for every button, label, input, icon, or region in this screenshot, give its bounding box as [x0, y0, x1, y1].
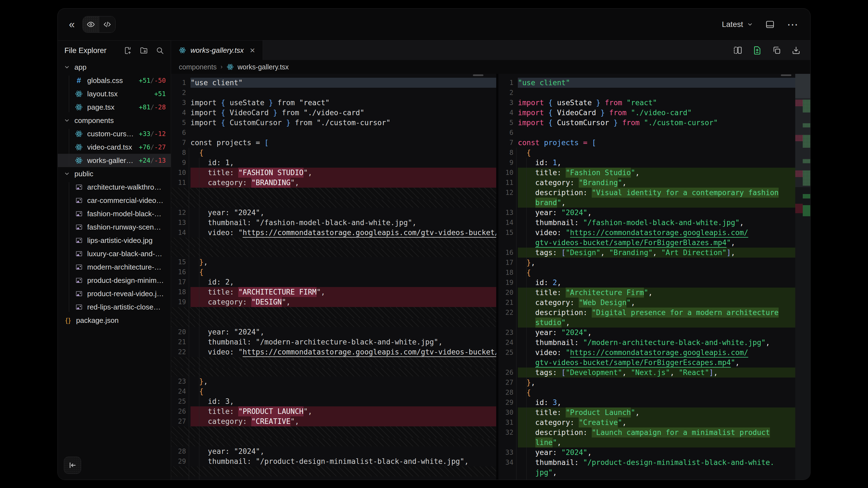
tab-works-gallery[interactable]: works-gallery.tsx ×: [171, 40, 263, 60]
code-line-new-28[interactable]: 28 {: [498, 388, 795, 397]
code-line-new-30[interactable]: 30 title: "Product Launch",: [498, 408, 795, 418]
code-line-old-14[interactable]: 14 video: "https://commondatastorage.goo…: [171, 228, 496, 238]
code-line-new-27[interactable]: 27 },: [498, 378, 795, 388]
file-package.json[interactable]: { }package.json: [58, 314, 171, 327]
code-line-new-20[interactable]: 20 title: "Architecture Firm",: [498, 288, 795, 298]
code-line-old-13[interactable]: 13 thumbnail: "/fashion-model-black-and-…: [171, 218, 496, 228]
file-video-card.tsx[interactable]: video-card.tsx+76/-27: [58, 140, 171, 154]
code-line-old-25[interactable]: 25 id: 3,: [171, 396, 496, 406]
code-line-new-21[interactable]: 21 category: "Web Design",: [498, 298, 795, 307]
horizontal-scrollbar[interactable]: [473, 74, 484, 76]
file-product-reveal-video.j-[interactable]: product-reveal-video.j…: [58, 287, 171, 300]
collapsed-region[interactable]: [171, 368, 496, 377]
code-line-old-10[interactable]: 10 title: "FASHION STUDIO",: [171, 168, 496, 178]
code-line-old-8[interactable]: 8 {: [171, 148, 496, 158]
breadcrumb-file[interactable]: works-gallery.tsx: [238, 63, 289, 71]
file-diff-icon[interactable]: [752, 45, 762, 55]
version-selector[interactable]: Latest: [722, 20, 753, 29]
code-line-old-28[interactable]: 28 year: "2024",: [171, 446, 496, 456]
file-page.tsx[interactable]: page.tsx+81/-28: [58, 100, 171, 114]
file-red-lips-artistic-close-[interactable]: red-lips-artistic-close…: [58, 300, 171, 314]
collapsed-region[interactable]: [171, 466, 496, 476]
code-line-old-27[interactable]: 27 category: "CREATIVE",: [171, 416, 496, 426]
code-line-old-6[interactable]: 6: [171, 128, 496, 138]
file-architecture-walkthro-[interactable]: architecture-walkthro…: [58, 181, 171, 194]
preview-toggle-button[interactable]: [83, 17, 99, 32]
code-line-new-22[interactable]: 22 description: "Digital presence for a …: [498, 307, 795, 318]
code-line-wrap[interactable]: gtv-videos-bucket/sample/ForBiggerBlazes…: [498, 238, 795, 248]
code-line-old-24[interactable]: 24 {: [171, 386, 496, 396]
breadcrumb-folder[interactable]: components: [179, 63, 217, 71]
code-line-wrap[interactable]: studio",: [498, 318, 795, 328]
code-line-old-3[interactable]: 3import { useState } from "react": [171, 98, 496, 108]
code-line-new-9[interactable]: 9 id: 1,: [498, 158, 795, 168]
file-car-commercial-video-[interactable]: car-commercial-video…: [58, 194, 171, 207]
code-line-new-2[interactable]: 2: [498, 88, 795, 98]
collapsed-region[interactable]: [171, 238, 496, 247]
code-line-old-18[interactable]: 18 title: "ARCHITECTURE FIRM",: [171, 287, 496, 297]
collapsed-region[interactable]: [171, 319, 496, 327]
code-line-new-29[interactable]: 29 id: 3,: [498, 397, 795, 408]
file-layout.tsx[interactable]: layout.tsx+51: [58, 87, 171, 100]
folder-components[interactable]: components: [58, 114, 171, 127]
code-line-new-16[interactable]: 16 tags: ["Design", "Branding", "Art Dir…: [498, 248, 795, 258]
code-line-old-23[interactable]: 23 },: [171, 377, 496, 386]
file-fashion-model-black-[interactable]: fashion-model-black-…: [58, 207, 171, 220]
code-line-wrap[interactable]: brand",: [498, 198, 795, 208]
code-line-new-34[interactable]: 34 thumbnail: "/product-design-minimalis…: [498, 457, 795, 467]
code-line-new-3[interactable]: 3import { useState } from "react": [498, 98, 795, 108]
code-line-old-29[interactable]: 29 thumbnail: "/product-design-minimalis…: [171, 456, 496, 466]
code-line-new-19[interactable]: 19 id: 2,: [498, 278, 795, 288]
code-line-wrap[interactable]: jpg",: [498, 467, 795, 478]
code-line-old-17[interactable]: 17 id: 2,: [171, 277, 496, 287]
collapsed-region[interactable]: [171, 426, 496, 437]
collapsed-region[interactable]: [171, 200, 496, 208]
code-line-new-15[interactable]: 15 video: "https://commondatastorage.goo…: [498, 228, 795, 238]
code-line-old-7[interactable]: 7const projects = [: [171, 138, 496, 148]
code-line-new-24[interactable]: 24 thumbnail: "/modern-architecture-blac…: [498, 337, 795, 348]
collapsed-region[interactable]: [171, 188, 496, 199]
code-line-old-26[interactable]: 26 title: "PRODUCT LAUNCH",: [171, 406, 496, 416]
code-line-new-33[interactable]: 33 year: "2024",: [498, 448, 795, 457]
code-line-new-5[interactable]: 5import { CustomCursor } from "./custom-…: [498, 118, 795, 128]
code-line-new-26[interactable]: 26 tags: ["Development", "Next.js", "Rea…: [498, 367, 795, 378]
file-luxury-car-black-and-[interactable]: luxury-car-black-and-…: [58, 247, 171, 260]
code-line-wrap[interactable]: gtv-videos-bucket/sample/ForBiggerEscape…: [498, 358, 795, 367]
code-line-new-4[interactable]: 4import { VideoCard } from "./video-card…: [498, 108, 795, 118]
collapsed-region[interactable]: [171, 438, 496, 446]
code-line-old-5[interactable]: 5import { CustomCursor } from "./custom-…: [171, 118, 496, 128]
close-tab-icon[interactable]: ×: [250, 46, 255, 55]
copy-icon[interactable]: [772, 45, 781, 55]
code-line-old-2[interactable]: 2: [171, 88, 496, 98]
code-line-old-9[interactable]: 9 id: 1,: [171, 158, 496, 168]
code-line-new-7[interactable]: 7const projects = [: [498, 138, 795, 148]
code-line-new-12[interactable]: 12 description: "Visual identity for a c…: [498, 188, 795, 198]
code-line-new-8[interactable]: 8 {: [498, 148, 795, 158]
download-icon[interactable]: [792, 45, 801, 55]
code-line-new-17[interactable]: 17 },: [498, 258, 795, 268]
code-line-new-6[interactable]: 6: [498, 128, 795, 138]
new-folder-icon[interactable]: [140, 46, 148, 55]
code-line-new-31[interactable]: 31 category: "Creative",: [498, 418, 795, 427]
code-line-wrap[interactable]: line",: [498, 437, 795, 448]
diff-overview-scrollbar[interactable]: [795, 74, 810, 480]
code-toggle-button[interactable]: [99, 17, 115, 32]
code-line-old-22[interactable]: 22 video: "https://commondatastorage.goo…: [171, 347, 496, 357]
folder-public[interactable]: public: [58, 167, 171, 181]
code-line-old-1[interactable]: 1"use client": [171, 78, 496, 88]
code-line-new-25[interactable]: 25 video: "https://commondatastorage.goo…: [498, 348, 795, 358]
folder-app[interactable]: app: [58, 61, 171, 74]
diff-pane-original[interactable]: 1"use client"23import { useState } from …: [171, 74, 496, 480]
file-modern-architecture-[interactable]: modern-architecture-…: [58, 260, 171, 274]
code-line-new-10[interactable]: 10 title: "Fashion Studio",: [498, 168, 795, 178]
file-globals.css[interactable]: #globals.css+51/-50: [58, 74, 171, 87]
code-line-new-18[interactable]: 18 {: [498, 268, 795, 278]
collapse-sidebar-button[interactable]: [64, 457, 81, 474]
diff-pane-modified[interactable]: 1"use client"23import { useState } from …: [498, 74, 795, 480]
file-product-design-minim-[interactable]: product-design-minim…: [58, 274, 171, 287]
code-line-new-1[interactable]: 1"use client": [498, 78, 795, 88]
code-line-old-4[interactable]: 4import { VideoCard } from "./video-card…: [171, 108, 496, 118]
code-line-old-21[interactable]: 21 thumbnail: "/modern-architecture-blac…: [171, 337, 496, 347]
panel-bottom-icon[interactable]: [765, 20, 775, 29]
pane-divider[interactable]: [496, 74, 498, 480]
